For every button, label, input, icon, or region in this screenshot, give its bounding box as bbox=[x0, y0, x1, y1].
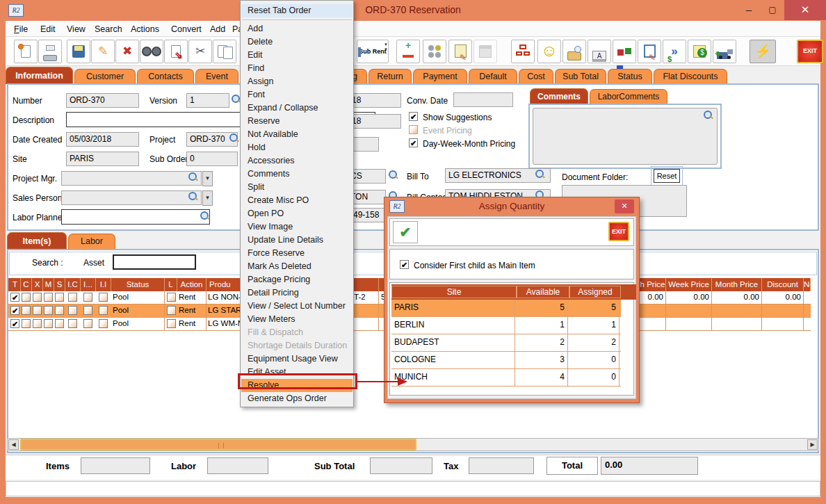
availability-button[interactable] bbox=[423, 40, 446, 63]
row2-t-checkbox[interactable]: ✔ bbox=[10, 306, 19, 315]
menu-add[interactable]: Add bbox=[207, 23, 228, 35]
menu-convert[interactable]: Convert bbox=[168, 23, 204, 35]
keyboard-button[interactable]: A bbox=[588, 40, 611, 63]
menu-view[interactable]: View bbox=[64, 23, 88, 35]
delete-button[interactable]: ✖ bbox=[115, 40, 139, 63]
menu-item-equipment-usage-view[interactable]: Equipment Usage View bbox=[241, 352, 353, 366]
row1-l-checkbox[interactable] bbox=[167, 293, 176, 302]
menu-item-not-available[interactable]: Not Available bbox=[241, 128, 353, 141]
menu-item-mark-as-deleted[interactable]: Mark As Deleted bbox=[241, 260, 353, 273]
menu-item-font[interactable]: Font bbox=[241, 88, 353, 101]
menu-item-detail-pricing[interactable]: Detail Pricing bbox=[241, 286, 353, 300]
assigned-cell[interactable]: 0 bbox=[568, 369, 620, 386]
new-button[interactable] bbox=[14, 40, 38, 63]
row1-ic-checkbox[interactable] bbox=[68, 293, 77, 302]
row3-idots-checkbox[interactable] bbox=[83, 319, 92, 328]
dialog-col-available[interactable]: Available bbox=[517, 286, 569, 298]
menu-item-accessories[interactable]: Accessories bbox=[241, 154, 353, 168]
close-button[interactable]: ✕ bbox=[784, 0, 826, 20]
scroll-right-arrow[interactable]: ▶ bbox=[807, 439, 818, 450]
labor-planner-field[interactable] bbox=[61, 209, 210, 225]
menu-file[interactable]: File bbox=[11, 23, 31, 35]
menu-item-create-misc-po[interactable]: Create Misc PO bbox=[241, 194, 353, 207]
edit-button[interactable]: ✎ bbox=[91, 40, 115, 63]
sales-person-lookup-icon[interactable] bbox=[188, 192, 198, 202]
row2-x-checkbox[interactable] bbox=[33, 306, 42, 315]
col-x[interactable]: X bbox=[32, 278, 43, 291]
col-idots[interactable]: I... bbox=[81, 278, 96, 291]
row2-s-checkbox[interactable] bbox=[55, 306, 64, 315]
col-t[interactable]: T bbox=[10, 278, 21, 291]
menu-item-delete[interactable]: Delete bbox=[241, 35, 353, 49]
menu-item-add[interactable]: Add bbox=[241, 22, 353, 35]
horizontal-scrollbar[interactable]: ◀ ▶ bbox=[7, 438, 819, 451]
customer-button[interactable]: ☺ bbox=[537, 40, 561, 63]
col-week-price[interactable]: Week Price bbox=[666, 278, 712, 291]
row1-m-checkbox[interactable] bbox=[44, 293, 53, 302]
menu-edit[interactable]: Edit bbox=[38, 23, 58, 35]
col-ic[interactable]: I.C bbox=[65, 278, 81, 291]
menu-item-find[interactable]: Find bbox=[241, 62, 353, 75]
menu-search[interactable]: Search bbox=[92, 23, 125, 35]
menu-item-view-image[interactable]: View Image bbox=[241, 220, 353, 234]
scroll-left-arrow[interactable]: ◀ bbox=[8, 439, 19, 450]
paste-special-button[interactable]: ⇘ bbox=[164, 40, 188, 63]
minimize-button[interactable]: – bbox=[738, 0, 759, 20]
org-chart-button[interactable] bbox=[511, 40, 535, 63]
sales-person-dropdown[interactable]: ▼ bbox=[202, 190, 213, 206]
tab-labor-comments[interactable]: LaborComments bbox=[590, 89, 667, 104]
menu-item-force-reserve[interactable]: Force Reserve bbox=[241, 247, 353, 260]
add-remove-button[interactable]: ＋ bbox=[396, 40, 420, 63]
tab-cost[interactable]: Cost bbox=[519, 69, 553, 84]
menu-item-hold[interactable]: Hold bbox=[241, 141, 353, 154]
tab-flat-discounts[interactable]: Flat Discounts bbox=[654, 69, 727, 84]
row2-ii-checkbox[interactable] bbox=[99, 306, 108, 315]
menu-item-reset-tab-order[interactable]: Reset Tab Order bbox=[241, 4, 353, 17]
row3-l-checkbox[interactable] bbox=[167, 319, 176, 328]
project-mgr-lookup-icon[interactable] bbox=[188, 172, 198, 182]
print-button[interactable] bbox=[38, 40, 62, 63]
assigned-cell[interactable]: 2 bbox=[568, 334, 620, 351]
row2-l-checkbox[interactable] bbox=[167, 306, 176, 315]
col-c[interactable]: C bbox=[21, 278, 32, 291]
tab-return[interactable]: Return bbox=[369, 69, 412, 84]
row2-ic-checkbox[interactable] bbox=[68, 306, 77, 315]
menu-item-open-po[interactable]: Open PO bbox=[241, 207, 353, 220]
find-button[interactable] bbox=[140, 40, 163, 63]
sales-person-field[interactable] bbox=[61, 190, 202, 205]
tab-items[interactable]: Item(s) bbox=[7, 232, 67, 250]
dialog-row-cologne[interactable]: COLOGNE 3 0 bbox=[391, 352, 621, 369]
row1-t-checkbox[interactable]: ✔ bbox=[10, 293, 19, 302]
dialog-col-assigned[interactable]: Assigned bbox=[569, 286, 621, 298]
row1-x-checkbox[interactable] bbox=[33, 293, 42, 302]
row1-c-checkbox[interactable] bbox=[22, 293, 31, 302]
comments-field[interactable] bbox=[533, 108, 718, 165]
col-m[interactable]: M bbox=[43, 278, 54, 291]
dialog-apply-button[interactable]: ✔ bbox=[393, 221, 418, 243]
row3-m-checkbox[interactable] bbox=[44, 319, 53, 328]
tab-default[interactable]: Default bbox=[469, 69, 517, 84]
col-l[interactable]: L bbox=[165, 278, 177, 291]
customer-lookup-icon[interactable] bbox=[389, 170, 398, 180]
dialog-row-paris[interactable]: PARIS 5 5 bbox=[391, 300, 621, 317]
menu-item-assign[interactable]: Assign bbox=[241, 75, 353, 88]
copy-button[interactable] bbox=[213, 40, 236, 63]
menu-actions[interactable]: Actions bbox=[128, 23, 162, 35]
toolbar-exit-button[interactable]: EXIT bbox=[797, 40, 823, 63]
row3-ic-checkbox[interactable] bbox=[68, 319, 77, 328]
edit-notes-button[interactable]: ✎ bbox=[638, 40, 661, 63]
col-month-price[interactable]: Month Price bbox=[712, 278, 762, 291]
dialog-exit-button[interactable]: EXIT bbox=[608, 222, 629, 241]
row1-s-checkbox[interactable] bbox=[55, 293, 64, 302]
dialog-row-budapest[interactable]: BUDAPEST 2 2 bbox=[391, 334, 621, 352]
menu-item-comments[interactable]: Comments bbox=[241, 168, 353, 181]
version-field[interactable]: 1 bbox=[186, 93, 229, 108]
project-mgr-dropdown[interactable]: ▼ bbox=[202, 171, 213, 186]
quick-action-button[interactable]: ⚡ bbox=[750, 40, 776, 63]
reset-button[interactable]: Reset bbox=[654, 169, 680, 183]
row3-x-checkbox[interactable] bbox=[33, 319, 42, 328]
project-mgr-field[interactable] bbox=[61, 171, 202, 186]
sub-rent-button[interactable]: Sub Rent▼▼ bbox=[357, 40, 389, 63]
tab-status[interactable]: Status bbox=[608, 69, 652, 84]
maximize-button[interactable]: ▢ bbox=[762, 0, 783, 20]
